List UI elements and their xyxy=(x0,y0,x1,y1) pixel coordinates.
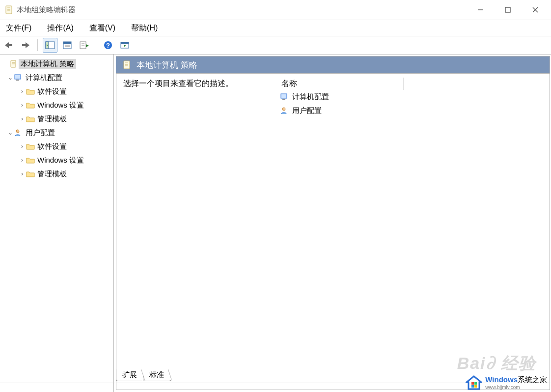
computer-icon xyxy=(280,93,289,101)
expand-icon[interactable]: › xyxy=(19,143,26,150)
filter-button[interactable] xyxy=(118,38,132,52)
tree-label: 用户配置 xyxy=(24,128,57,138)
svg-point-33 xyxy=(16,130,19,133)
tree-label: 管理模板 xyxy=(35,169,69,179)
toolbar-separator xyxy=(37,39,38,51)
menu-file[interactable]: 文件(F) xyxy=(4,22,33,34)
menu-action[interactable]: 操作(A) xyxy=(45,22,75,34)
svg-marker-8 xyxy=(5,42,9,48)
description-prompt: 选择一个项目来查看它的描述。 xyxy=(123,79,233,87)
user-icon xyxy=(14,129,24,137)
svg-rect-32 xyxy=(16,80,19,81)
tree-comp-software[interactable]: › 软件设置 xyxy=(0,84,113,98)
svg-rect-9 xyxy=(9,44,12,46)
description-pane: 选择一个项目来查看它的描述。 xyxy=(116,74,277,390)
tree-label: Windows 设置 xyxy=(35,100,86,111)
svg-rect-34 xyxy=(124,61,130,69)
expand-icon[interactable]: › xyxy=(19,88,26,95)
toolbar: ? xyxy=(0,36,551,55)
tree-root[interactable]: 本地计算机 策略 xyxy=(0,57,113,71)
tree-user-config[interactable]: ⌄ 用户配置 xyxy=(0,126,113,140)
expand-icon[interactable]: › xyxy=(19,157,26,164)
maximize-button[interactable] xyxy=(494,0,522,20)
svg-rect-16 xyxy=(63,42,71,44)
expand-icon[interactable]: › xyxy=(19,102,26,109)
minimize-button[interactable] xyxy=(467,0,494,20)
list-item-computer-config[interactable]: 计算机配置 xyxy=(277,90,550,104)
status-bar xyxy=(0,383,551,392)
column-header-name[interactable]: 名称 xyxy=(277,78,404,90)
tab-standard[interactable]: 标准 xyxy=(141,369,172,381)
tab-label: 扩展 xyxy=(122,370,137,379)
list-item-label: 计算机配置 xyxy=(292,92,329,102)
computer-icon xyxy=(14,74,24,82)
tree-user-software[interactable]: › 软件设置 xyxy=(0,140,113,153)
svg-rect-11 xyxy=(22,44,26,46)
expand-icon[interactable]: › xyxy=(19,115,26,122)
folder-icon xyxy=(26,102,35,109)
svg-rect-39 xyxy=(282,99,285,100)
folder-icon xyxy=(26,170,35,177)
svg-text:?: ? xyxy=(106,42,110,49)
list-pane: 名称 计算机配置 用户配置 xyxy=(277,74,550,390)
svg-marker-22 xyxy=(86,44,89,47)
svg-rect-26 xyxy=(121,42,129,44)
tree-root-label: 本地计算机 策略 xyxy=(19,59,76,69)
help-button[interactable]: ? xyxy=(101,38,115,52)
collapse-icon[interactable]: ⌄ xyxy=(7,129,14,136)
bottom-tabs: 扩展 标准 xyxy=(116,368,170,381)
toolbar-separator xyxy=(96,39,96,51)
content-header-title: 本地计算机 策略 xyxy=(137,59,197,71)
list-item-label: 用户配置 xyxy=(292,106,322,115)
properties-button[interactable] xyxy=(60,38,74,52)
close-button[interactable] xyxy=(522,0,549,20)
menu-bar: 文件(F) 操作(A) 查看(V) 帮助(H) xyxy=(0,20,551,36)
app-icon xyxy=(5,5,14,14)
scroll-icon xyxy=(9,60,19,68)
tab-label: 标准 xyxy=(149,370,164,380)
folder-icon xyxy=(26,115,35,122)
expand-icon[interactable]: › xyxy=(19,170,26,177)
user-icon xyxy=(280,107,289,114)
show-tree-button[interactable] xyxy=(43,38,57,53)
tree-comp-windows[interactable]: › Windows 设置 xyxy=(0,98,113,112)
svg-rect-31 xyxy=(15,75,21,79)
tree-label: 计算机配置 xyxy=(24,73,64,83)
navigation-tree[interactable]: 本地计算机 策略 ⌄ 计算机配置 › 软件设置 › Windows 设置 › 管… xyxy=(0,54,114,392)
export-button[interactable] xyxy=(77,38,91,52)
tree-user-admin[interactable]: › 管理模板 xyxy=(0,167,113,181)
svg-rect-0 xyxy=(6,6,12,14)
content-area: 本地计算机 策略 选择一个项目来查看它的描述。 名称 计算机配置 用户配置 xyxy=(114,54,551,392)
tree-user-windows[interactable]: › Windows 设置 xyxy=(0,153,113,167)
tree-comp-admin[interactable]: › 管理模板 xyxy=(0,112,113,126)
menu-view[interactable]: 查看(V) xyxy=(87,22,117,34)
back-button[interactable] xyxy=(2,38,16,52)
tree-label: 软件设置 xyxy=(35,141,69,152)
svg-point-40 xyxy=(282,108,285,111)
svg-rect-38 xyxy=(281,94,287,98)
folder-icon xyxy=(26,157,35,164)
content-header: 本地计算机 策略 xyxy=(116,56,550,74)
tree-label: 软件设置 xyxy=(35,86,69,97)
title-bar: 本地组策略编辑器 xyxy=(0,0,551,20)
collapse-icon[interactable]: ⌄ xyxy=(7,74,14,81)
tab-extended[interactable]: 扩展 xyxy=(116,369,143,381)
menu-help[interactable]: 帮助(H) xyxy=(129,22,160,34)
folder-icon xyxy=(26,88,35,95)
forward-button[interactable] xyxy=(19,38,32,52)
window-title: 本地组策略编辑器 xyxy=(17,5,76,15)
list-item-user-config[interactable]: 用户配置 xyxy=(277,104,550,117)
folder-icon xyxy=(26,143,35,150)
svg-marker-10 xyxy=(26,42,29,48)
tree-computer-config[interactable]: ⌄ 计算机配置 xyxy=(0,71,113,84)
svg-rect-5 xyxy=(505,7,510,12)
tree-label: 管理模板 xyxy=(35,114,69,124)
tree-label: Windows 设置 xyxy=(35,155,86,166)
scroll-icon xyxy=(123,60,132,70)
